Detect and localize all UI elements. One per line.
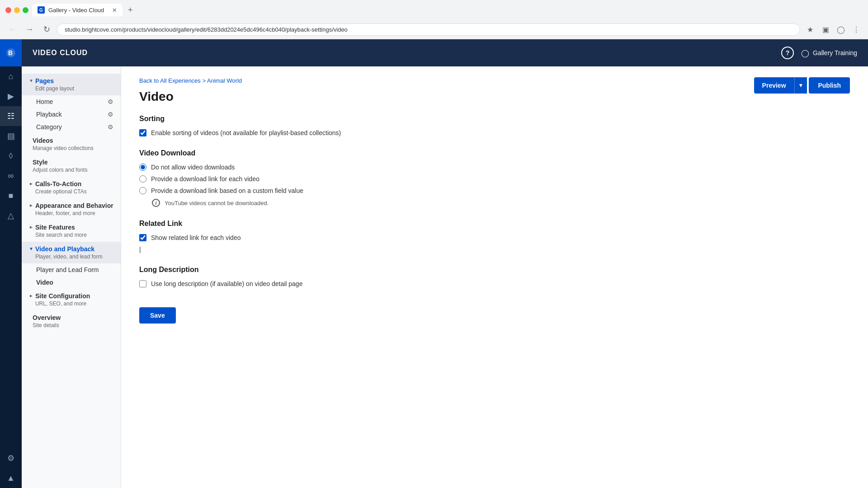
long-description-checkbox[interactable] <box>139 280 146 287</box>
download-option1-radio[interactable] <box>139 164 146 171</box>
overview-subtitle: Site details <box>33 322 113 328</box>
nav-social-icon[interactable]: ∞ <box>0 166 22 186</box>
top-nav-right: ? ◯ Gallery Training <box>781 47 857 59</box>
user-menu[interactable]: ◯ Gallery Training <box>801 49 857 57</box>
related-link-section: Related Link Show related link for each … <box>139 220 850 253</box>
cta-arrow-icon: ► <box>29 181 33 186</box>
tab-favicon: G <box>38 6 45 14</box>
main-content: Back to All Experiences > Animal World V… <box>121 66 868 488</box>
window-controls <box>5 7 28 13</box>
menu-button[interactable]: ⋮ <box>850 23 863 36</box>
sidebar-item-home[interactable]: Home ⚙ <box>22 95 121 108</box>
help-button[interactable]: ? <box>781 47 794 59</box>
page-header: Back to All Experiences > Animal World V… <box>139 77 850 115</box>
sidebar-item-video[interactable]: Video <box>22 276 121 289</box>
video-playback-section: Video and Playback Player, video, and le… <box>35 245 113 260</box>
nav-analytics-icon[interactable]: ▤ <box>0 126 22 146</box>
sidebar-item-category[interactable]: Category ⚙ <box>22 121 121 133</box>
back-button[interactable]: ← <box>5 23 19 36</box>
sorting-enable-row: Enable sorting of videos (not available … <box>139 129 850 136</box>
sorting-section: Sorting Enable sorting of videos (not av… <box>139 115 850 136</box>
site-features-section: Site Features Site search and more <box>35 224 113 238</box>
user-icon: ◯ <box>801 49 809 57</box>
url-bar[interactable]: studio.brightcove.com/products/videoclou… <box>57 23 800 36</box>
sidebar-item-video-playback[interactable]: ▼ Video and Playback Player, video, and … <box>22 242 121 263</box>
long-description-section: Long Description Use long description (i… <box>139 266 850 287</box>
close-window-btn[interactable] <box>5 7 11 13</box>
videos-subtitle: Manage video collections <box>33 145 113 151</box>
preview-button[interactable]: Preview <box>754 77 794 94</box>
publish-button[interactable]: Publish <box>809 77 850 94</box>
nav-audience-icon[interactable]: ■ <box>0 186 22 206</box>
category-gear-icon: ⚙ <box>108 123 113 131</box>
top-nav-left: VIDEO CLOUD <box>33 49 88 57</box>
browser-tab[interactable]: G Gallery - Video Cloud ✕ <box>32 4 123 16</box>
appearance-subtitle: Header, footer, and more <box>35 210 113 216</box>
nav-home-icon[interactable]: ⌂ <box>0 66 22 86</box>
video-playback-arrow-icon: ▼ <box>29 246 33 251</box>
reload-button[interactable]: ↻ <box>40 23 53 36</box>
nav-gallery-icon[interactable]: ☷ <box>0 106 22 126</box>
sorting-enable-checkbox[interactable] <box>139 129 146 136</box>
sidebar-item-cta[interactable]: ► Calls-To-Action Create optional CTAs <box>22 177 121 198</box>
brightcove-logo[interactable]: B <box>0 39 22 66</box>
sidebar-item-appearance[interactable]: ► Appearance and Behavior Header, footer… <box>22 198 121 220</box>
minimize-window-btn[interactable] <box>14 7 20 13</box>
video-download-title: Video Download <box>139 149 850 157</box>
extensions-button[interactable]: ▣ <box>819 23 832 36</box>
download-option3-label: Provide a download link based on a custo… <box>151 187 303 194</box>
bookmark-button[interactable]: ★ <box>804 23 816 36</box>
browser-chrome: G Gallery - Video Cloud ✕ + ← → ↻ studio… <box>0 0 868 39</box>
nav-admin-icon[interactable]: ▲ <box>0 468 22 488</box>
sidebar-item-site-features[interactable]: ► Site Features Site search and more <box>22 220 121 242</box>
pages-subtitle: Edit page layout <box>35 85 113 92</box>
playback-label: Playback <box>36 111 62 118</box>
youtube-note-text: YouTube videos cannot be downloaded. <box>165 200 269 206</box>
category-label: Category <box>36 123 62 131</box>
nav-settings-icon[interactable]: ⚙ <box>0 448 22 468</box>
sidebar-item-player-lead[interactable]: Player and Lead Form <box>22 263 121 276</box>
overview-title: Overview <box>33 314 113 321</box>
video-playback-title: Video and Playback <box>35 245 113 253</box>
download-option3-row: Provide a download link based on a custo… <box>139 187 850 194</box>
tab-close-icon[interactable]: ✕ <box>112 7 117 14</box>
site-config-title: Site Configuration <box>35 292 113 300</box>
svg-text:B: B <box>8 49 13 56</box>
download-option3-radio[interactable] <box>139 187 146 194</box>
sidebar-item-site-config[interactable]: ► Site Configuration URL, SEO, and more <box>22 289 121 310</box>
icon-bar: B ⌂ ▶ ☷ ▤ ◊ ∞ ■ △ ⚙ ▲ <box>0 39 22 488</box>
preview-dropdown-button[interactable]: ▼ <box>794 77 807 94</box>
forward-button[interactable]: → <box>23 23 36 36</box>
pages-arrow-icon: ▼ <box>29 78 33 83</box>
page-title: Video <box>139 89 242 104</box>
nav-media-icon[interactable]: ▶ <box>0 86 22 106</box>
breadcrumb-current[interactable]: Animal World <box>207 77 242 84</box>
app-container: B ⌂ ▶ ☷ ▤ ◊ ∞ ■ △ ⚙ ▲ VIDEO CLOUD ? ◯ Ga… <box>0 39 868 488</box>
breadcrumb-back-link[interactable]: Back to All Experiences <box>139 77 201 84</box>
nav-monetization-icon[interactable]: ◊ <box>0 146 22 166</box>
breadcrumb-separator: > <box>202 77 207 84</box>
site-config-section: Site Configuration URL, SEO, and more <box>35 292 113 307</box>
video-playback-subtitle: Player, video, and lead form <box>35 253 113 260</box>
sidebar-item-overview[interactable]: Overview Site details <box>22 310 121 332</box>
maximize-window-btn[interactable] <box>23 7 28 13</box>
browser-navigation: ← → ↻ studio.brightcove.com/products/vid… <box>0 20 868 39</box>
new-tab-button[interactable]: + <box>128 5 133 15</box>
top-navigation: VIDEO CLOUD ? ◯ Gallery Training <box>22 39 868 66</box>
style-section: Style Adjust colors and fonts <box>29 159 113 173</box>
sidebar-item-playback[interactable]: Playback ⚙ <box>22 108 121 121</box>
nav-user-icon[interactable]: △ <box>0 206 22 225</box>
url-text: studio.brightcove.com/products/videoclou… <box>65 26 348 33</box>
profile-button[interactable]: ◯ <box>835 23 847 36</box>
download-option2-radio[interactable] <box>139 175 146 183</box>
site-features-title: Site Features <box>35 224 113 231</box>
sidebar-item-style[interactable]: Style Adjust colors and fonts <box>22 155 121 177</box>
related-link-checkbox[interactable] <box>139 234 146 241</box>
related-link-title: Related Link <box>139 220 850 228</box>
sidebar-item-videos[interactable]: Videos Manage video collections <box>22 133 121 155</box>
sorting-title: Sorting <box>139 115 850 123</box>
save-button[interactable]: Save <box>139 307 176 324</box>
download-option1-row: Do not allow video downloads <box>139 164 850 171</box>
appearance-title: Appearance and Behavior <box>35 202 113 209</box>
sidebar-item-pages[interactable]: ▼ Pages Edit page layout <box>22 74 121 95</box>
